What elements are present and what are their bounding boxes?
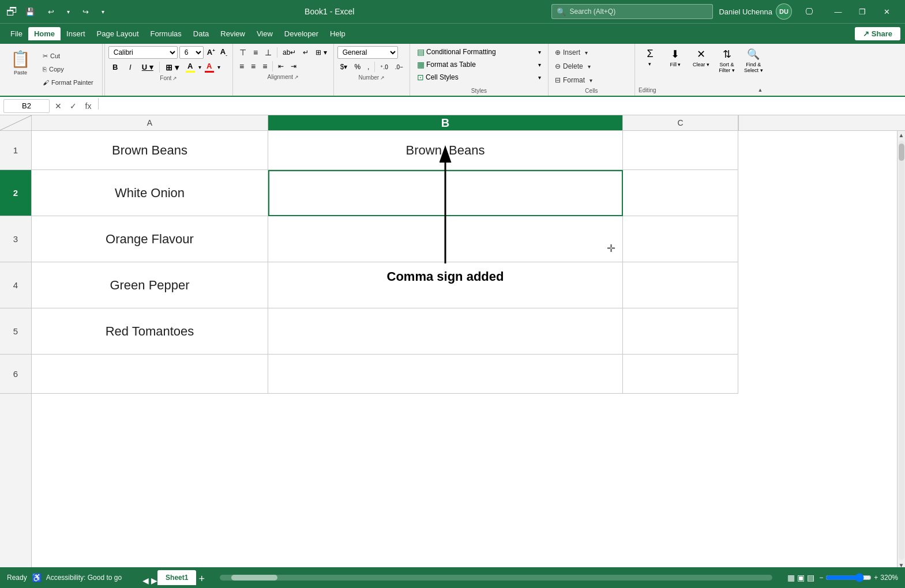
autosum-button[interactable]: Σ ▾ [639,46,662,69]
paste-button[interactable]: 📋 Paste [6,48,35,77]
font-color-dropdown[interactable]: ▾ [217,64,220,70]
menu-view[interactable]: View [251,27,279,40]
format-cell-button[interactable]: ⊟ Format ▾ [552,74,631,86]
find-select-button[interactable]: 🔍 Find &Select ▾ [741,46,767,75]
percent-button[interactable]: % [351,61,363,73]
minimize-button[interactable]: — [827,3,850,20]
italic-button[interactable]: I [123,61,137,74]
cell-C3[interactable] [623,216,738,262]
dollar-button[interactable]: $▾ [337,61,351,73]
undo-button[interactable]: ↩ [43,3,59,20]
menu-developer[interactable]: Developer [279,27,324,40]
search-box[interactable]: 🔍 Search (Alt+Q) [551,4,713,19]
cut-button[interactable]: ✂ Cut [40,50,96,62]
cell-C2[interactable] [623,170,738,216]
formula-bar-cancel-button[interactable]: ✕ [52,100,65,112]
zoom-out-button[interactable]: − [819,574,823,582]
menu-file[interactable]: File [5,27,28,40]
cell-B3[interactable]: ✛ [268,216,623,262]
page-layout-view-button[interactable]: ▣ [797,573,805,582]
redo-button[interactable]: ↪ [77,3,93,20]
menu-insert[interactable]: Insert [61,27,91,40]
align-top-button[interactable]: ⊤ [236,46,249,59]
column-header-C[interactable]: C [623,115,738,130]
undo-dropdown-button[interactable]: ▾ [63,3,73,20]
scroll-thumb[interactable] [899,144,904,161]
copy-button[interactable]: ⎘ Copy [40,63,96,76]
cell-C4[interactable] [623,262,738,308]
row-header-6[interactable]: 6 [0,355,31,394]
row-header-1[interactable]: 1 [0,131,31,170]
vertical-scrollbar[interactable]: ▲ ▼ [897,131,905,570]
restore-button[interactable]: ❐ [851,3,874,20]
insert-cell-button[interactable]: ⊕ Insert ▾ [552,46,631,59]
menu-page-layout[interactable]: Page Layout [91,27,145,40]
align-right-button[interactable]: ≡ [260,60,270,73]
name-box[interactable] [3,99,50,113]
formula-bar-confirm-button[interactable]: ✓ [67,100,80,112]
row-header-2[interactable]: 2 [0,170,31,216]
zoom-in-button[interactable]: + [874,574,878,582]
font-increase-button[interactable]: A+ [205,47,217,57]
column-header-A[interactable]: A [32,115,268,130]
comma-button[interactable]: , [365,61,372,73]
formula-input[interactable] [102,101,902,110]
wrap-text-button[interactable]: ↵ [300,46,311,59]
add-sheet-button[interactable]: + [198,573,205,585]
scroll-track[interactable] [899,141,904,560]
fill-color-dropdown[interactable]: ▾ [198,64,201,70]
cell-A4[interactable]: Green Pepper [32,262,268,308]
cell-C6[interactable] [623,355,738,394]
menu-formulas[interactable]: Formulas [145,27,187,40]
ribbon-collapse-button[interactable]: ▲ [754,86,767,94]
cell-C5[interactable] [623,308,738,355]
scroll-sheets-left[interactable]: ◀ [142,576,149,585]
underline-button[interactable]: U ▾ [138,61,157,74]
close-button[interactable]: ✕ [875,3,898,20]
cell-A5[interactable]: Red Tomantoes [32,308,268,355]
normal-view-button[interactable]: ▦ [787,573,795,582]
fill-color-button[interactable]: A [183,61,197,74]
menu-help[interactable]: Help [324,27,351,40]
indent-decrease-button[interactable]: ⇤ [275,60,287,73]
cell-A3[interactable]: Orange Flavour [32,216,268,262]
border-button[interactable]: ⊞ ▾ [162,61,182,74]
row-header-3[interactable]: 3 [0,216,31,262]
cell-A6[interactable] [32,355,268,394]
delete-cell-button[interactable]: ⊖ Delete ▾ [552,60,631,73]
cell-C1[interactable] [623,131,738,170]
conditional-formatting-dropdown[interactable]: ▾ [538,49,541,55]
format-as-table-button[interactable]: ▦ Format as Table ▾ [414,59,544,70]
share-button[interactable]: ↗ Share [855,27,900,40]
menu-home[interactable]: Home [28,27,61,40]
customize-qat-button[interactable]: ▾ [98,3,107,20]
cell-styles-button[interactable]: ⊡ Cell Styles ▾ [414,71,544,83]
cell-B1[interactable]: Brown, Beans [268,131,623,170]
cell-A1[interactable]: Brown Beans [32,131,268,170]
menu-data[interactable]: Data [187,27,215,40]
format-painter-button[interactable]: 🖌 Format Painter [40,76,96,89]
conditional-formatting-button[interactable]: ▤ Conditional Formatting ▾ [414,46,544,58]
clear-button[interactable]: ✕ Clear ▾ [689,46,713,69]
cell-B4[interactable] [268,262,623,308]
row-header-4[interactable]: 4 [0,262,31,308]
row-header-5[interactable]: 5 [0,308,31,355]
increase-decimal-button[interactable]: ⁺.0 [377,61,390,73]
sort-filter-button[interactable]: ⇅ Sort &Filter ▾ [715,46,738,75]
menu-review[interactable]: Review [215,27,251,40]
orientation-button[interactable]: ab↵ [280,46,299,59]
save-button[interactable]: 💾 [22,3,38,20]
bold-button[interactable]: B [108,61,122,74]
number-expand-icon[interactable]: ↗ [380,75,385,81]
cell-B5[interactable] [268,308,623,355]
ribbon-display-button[interactable]: 🖵 [798,3,821,20]
decrease-decimal-button[interactable]: .0− [392,61,406,73]
font-decrease-button[interactable]: A- [219,47,229,58]
number-format-select[interactable]: General [337,46,398,59]
font-size-select[interactable]: 6 [179,46,204,59]
merge-center-button[interactable]: ⊞ ▾ [313,46,329,59]
font-color-button[interactable]: A [202,61,216,74]
align-bottom-button[interactable]: ⊥ [262,46,275,59]
align-left-button[interactable]: ≡ [236,60,247,73]
cell-B2[interactable] [268,170,623,216]
